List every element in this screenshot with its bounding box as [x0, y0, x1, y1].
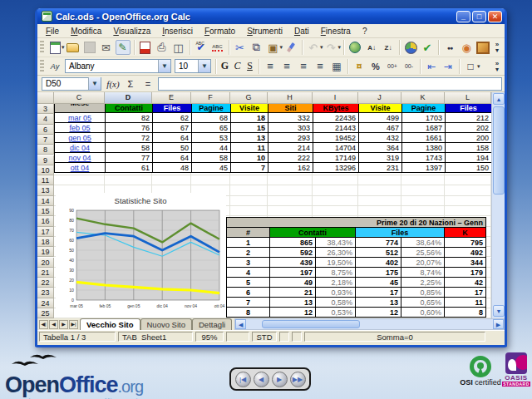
show-draw-functions-icon[interactable] [420, 40, 435, 55]
value-cell[interactable]: 13 [231, 133, 268, 143]
row-header-22[interactable]: 22 [37, 278, 54, 288]
align-left-icon[interactable] [263, 59, 278, 74]
cell-H13[interactable] [268, 185, 313, 195]
align-right-icon[interactable] [296, 59, 311, 74]
last-sheet-icon[interactable]: ▶| [69, 320, 78, 329]
value-cell[interactable]: 38,64% [401, 238, 445, 248]
sort-descending-icon[interactable] [381, 40, 396, 55]
insert-chart-icon[interactable] [403, 40, 418, 55]
close-button[interactable]: ✕ [488, 11, 502, 22]
col-header-contatti[interactable]: Contatti [106, 103, 153, 113]
month-link[interactable]: nov 04 [68, 154, 91, 162]
value-cell[interactable]: 364 [359, 143, 402, 153]
export-pdf-icon[interactable] [138, 40, 153, 55]
value-cell[interactable]: 13 [270, 298, 316, 308]
undo-icon[interactable] [306, 40, 321, 55]
value-cell[interactable]: 45 [356, 278, 401, 288]
value-cell[interactable]: 0,53% [316, 308, 356, 318]
grid-corner-box[interactable] [37, 92, 54, 104]
currency-format-icon[interactable] [352, 59, 367, 74]
cell-F11[interactable] [191, 175, 230, 185]
value-cell[interactable]: 15 [231, 123, 268, 133]
scroll-up-icon[interactable]: ▲ [493, 93, 505, 105]
column-header-K[interactable]: K [401, 92, 445, 104]
cell-J15[interactable] [358, 206, 401, 216]
row-header-4[interactable]: 4 [37, 114, 54, 124]
rank-header[interactable]: # [227, 228, 270, 238]
underline-button[interactable]: S [244, 60, 256, 72]
merge-cells-icon[interactable] [329, 59, 344, 74]
row-header-18[interactable]: 18 [37, 237, 54, 247]
nav-last-button[interactable]: ▶▶ [290, 372, 306, 387]
value-cell[interactable]: 499 [359, 113, 402, 123]
menu-item-formato[interactable]: Formato [200, 26, 240, 37]
value-cell[interactable]: 17149 [313, 153, 359, 163]
menu-item-dati[interactable]: Dati [289, 26, 314, 37]
print-icon[interactable] [155, 40, 170, 55]
cell-D11[interactable] [105, 175, 152, 185]
value-cell[interactable]: 865 [270, 238, 316, 248]
gallery-icon[interactable] [475, 40, 490, 55]
value-cell[interactable]: 2,25% [401, 278, 445, 288]
title-bar[interactable]: Calc.ods - OpenOffice.org Calc _ □ ✕ [37, 8, 505, 24]
month-cell[interactable]: gen 05 [55, 133, 106, 143]
toolbar-overflow-icon[interactable]: »▾ [491, 61, 503, 72]
value-cell[interactable]: 13 [356, 298, 401, 308]
value-cell[interactable]: 12 [270, 308, 316, 318]
cell-G13[interactable] [230, 185, 268, 195]
value-cell[interactable]: 795 [445, 238, 486, 248]
nazioni-title[interactable]: Prime 20 di 20 Nazioni – Genn [227, 218, 486, 228]
month-link[interactable]: feb 05 [69, 124, 90, 132]
sheet-tab-vecchio-sito[interactable]: Vecchio Sito [80, 318, 140, 330]
menu-item-finestra[interactable]: Finestra [316, 26, 356, 37]
month-cell[interactable]: mar 05 [55, 113, 106, 123]
styles-icon[interactable] [47, 59, 62, 74]
value-cell[interactable]: 212 [446, 113, 492, 123]
value-cell[interactable]: 12 [356, 308, 401, 318]
value-cell[interactable]: 11 [231, 143, 268, 153]
value-cell[interactable]: 158 [446, 143, 492, 153]
cell-C11[interactable] [54, 175, 105, 185]
statistiche-sito-chart[interactable]: Statistiche Sito0102030405060708090mar 0… [56, 193, 226, 318]
col-header-visite[interactable]: Visite [359, 103, 402, 113]
value-cell[interactable]: 25,56% [401, 248, 445, 258]
rank-cell[interactable]: 8 [227, 308, 270, 318]
menu-item-modifica[interactable]: Modifica [66, 26, 106, 37]
open-icon[interactable] [66, 40, 81, 55]
percent-format-icon[interactable] [368, 59, 383, 74]
row-header-13[interactable]: 13 [37, 185, 54, 195]
cell-L14[interactable] [445, 196, 491, 206]
value-cell[interactable]: 68 [192, 113, 231, 123]
rank-cell[interactable]: 1 [227, 238, 270, 248]
value-cell[interactable]: 19,50% [316, 258, 356, 268]
value-cell[interactable]: 20,07% [401, 258, 445, 268]
value-cell[interactable]: 58 [106, 143, 153, 153]
value-cell[interactable]: 774 [356, 238, 401, 248]
column-header-J[interactable]: J [358, 92, 401, 104]
chevron-down-icon[interactable]: ▼ [158, 60, 170, 72]
group-header-contatti[interactable]: Contatti [270, 228, 356, 238]
cut-icon[interactable] [233, 40, 248, 55]
value-cell[interactable]: 22436 [313, 113, 359, 123]
row-header-20[interactable]: 20 [37, 258, 54, 268]
nav-next-button[interactable]: ▶ [272, 372, 288, 387]
menu-item-inserisci[interactable]: Inserisci [157, 26, 198, 37]
align-center-icon[interactable] [279, 59, 294, 74]
value-cell[interactable]: 45 [192, 163, 231, 173]
rank-cell[interactable]: 5 [227, 278, 270, 288]
cell-L11[interactable] [445, 175, 491, 185]
row-header-25[interactable]: 25 [37, 308, 54, 318]
cell-K14[interactable] [401, 196, 445, 206]
formula-input[interactable] [158, 77, 502, 91]
nav-first-button[interactable]: |◀ [235, 372, 251, 387]
value-cell[interactable]: 42 [445, 278, 486, 288]
rank-cell[interactable]: 7 [227, 298, 270, 308]
row-header-24[interactable]: 24 [37, 298, 54, 308]
value-cell[interactable]: 231 [359, 163, 402, 173]
toolbar-grip[interactable] [40, 41, 44, 54]
auto-spellcheck-icon[interactable] [210, 40, 225, 55]
value-cell[interactable]: 8,74% [401, 268, 445, 278]
value-cell[interactable]: 467 [359, 123, 402, 133]
format-paintbrush-icon[interactable] [283, 40, 298, 55]
value-cell[interactable]: 21443 [313, 123, 359, 133]
